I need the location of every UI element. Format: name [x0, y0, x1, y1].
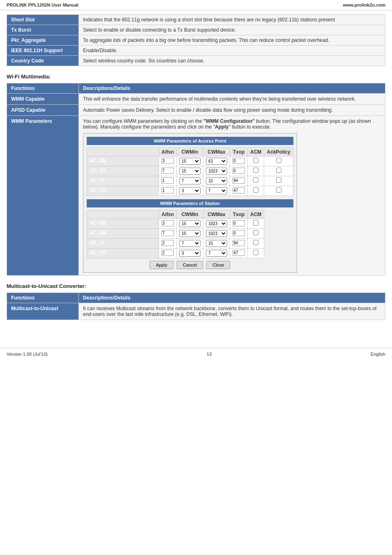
wmm-acm-checkbox[interactable] — [253, 158, 258, 163]
row-label: Pkt_Aggregate — [7, 35, 79, 46]
wmm-sta-header: Txop — [230, 210, 248, 219]
wmm-cwmax-select[interactable]: 63 — [206, 158, 227, 165]
wmm-sta-row: AC_VO37 — [87, 249, 264, 258]
row-label: WMM Parameters — [7, 116, 79, 276]
wmm-cwmax-select[interactable]: 1023 — [206, 168, 227, 175]
row-label: IEEE 802.11H Support — [7, 46, 79, 56]
wmm-txop-input[interactable] — [233, 187, 245, 193]
wmm-row-label: AC_BE — [87, 157, 159, 166]
row-label: Country Code — [7, 56, 79, 66]
row-desc: Select to enable or disable connecting t… — [79, 25, 385, 35]
wmm-sta-cwmax-select[interactable]: 7 — [206, 250, 227, 257]
wmm-ackpolicy-checkbox[interactable] — [276, 168, 281, 173]
wmm-ap-header: Aifsn — [159, 148, 177, 157]
wmm-acm-checkbox[interactable] — [253, 187, 258, 193]
header-right: www.prolink2u.com — [343, 2, 386, 7]
wmm-sta-row: AC_BE151023 — [87, 219, 264, 229]
wifi-section-title: Wi-Fi Multimedia: — [7, 74, 385, 80]
apply-button[interactable]: Apply — [150, 261, 173, 269]
wmm-sta-acm-checkbox[interactable] — [253, 250, 258, 255]
wmm-row-label: AC_BE — [87, 219, 159, 229]
wmm-txop-input[interactable] — [233, 177, 245, 184]
wmm-txop-input[interactable] — [233, 168, 245, 174]
wmm-sta-cwmin-select[interactable]: 7 — [179, 240, 201, 247]
footer-left: Version 1.00 (Jul'10) — [7, 352, 48, 357]
table-row: WMM Capable This will enhance the data t… — [7, 94, 385, 105]
wmm-sta-header: ACM — [248, 210, 264, 219]
wmm-sta-row: AC_BK151023 — [87, 229, 264, 239]
wmm-sta-aifsn-input[interactable] — [161, 230, 174, 236]
top-table: Short Slot Indicates that the 802.11g ne… — [7, 14, 385, 66]
row-label: Multicast-to-Unicast — [7, 303, 79, 320]
wmm-sta-aifsn-input[interactable] — [161, 220, 174, 226]
wmm-sta-cwmin-select[interactable]: 15 — [179, 230, 201, 237]
wmm-cwmin-select[interactable]: 3 — [179, 187, 201, 194]
wmm-sta-acm-checkbox[interactable] — [253, 220, 258, 226]
close-button[interactable]: Close — [206, 261, 230, 269]
wmm-sta-cwmin-select[interactable]: 15 — [179, 220, 201, 227]
table-row: Tx Burst Select to enable or disable con… — [7, 25, 385, 35]
header-left: PROLiNK PPL1202N User Manual — [7, 2, 78, 7]
wmm-aifsn-input[interactable] — [161, 158, 174, 164]
wmm-sta-row: AC_VI715 — [87, 239, 264, 249]
table-row: Short Slot Indicates that the 802.11g ne… — [7, 15, 385, 25]
cancel-button[interactable]: Cancel — [177, 261, 203, 269]
row-desc: Enable/Disable. — [79, 46, 385, 56]
wmm-acm-checkbox[interactable] — [253, 168, 258, 173]
wmm-ap-header: AckPolicy — [264, 148, 293, 157]
wmm-aifsn-input[interactable] — [161, 168, 174, 174]
wmm-sta-txop-input[interactable] — [233, 230, 245, 236]
wmm-ap-header — [87, 148, 159, 157]
wmm-sta-cwmin-select[interactable]: 3 — [179, 250, 201, 257]
wmm-row-label: AC_VI — [87, 239, 159, 249]
wmm-sta-cwmax-select[interactable]: 1023 — [206, 220, 227, 227]
wmm-ap-row: AC_BE1563 — [87, 157, 293, 166]
table-row: Country Code Select wireless country cod… — [7, 56, 385, 66]
wmm-cwmin-select[interactable]: 15 — [179, 168, 201, 175]
wmm-ackpolicy-checkbox[interactable] — [276, 177, 281, 183]
wmm-txop-input[interactable] — [233, 158, 245, 164]
wmm-row-label: AC_BK — [87, 229, 159, 239]
wmm-cwmin-select[interactable]: 15 — [179, 158, 201, 165]
wmm-col-functions: Functions — [7, 83, 79, 94]
wmm-sta-txop-input[interactable] — [233, 220, 245, 226]
row-label: APSD Capable — [7, 105, 79, 116]
wmm-col-details: Descriptions/Details — [79, 83, 385, 94]
row-desc: Automatic Power saves Delivery. Select t… — [79, 105, 385, 116]
wmm-ackpolicy-checkbox[interactable] — [276, 187, 281, 193]
wmm-row-label: AC_VI — [87, 176, 159, 186]
wmm-sta-aifsn-input[interactable] — [161, 240, 174, 246]
wmm-sta-aifsn-input[interactable] — [161, 250, 174, 256]
page-content: Short Slot Indicates that the 802.11g ne… — [0, 10, 392, 332]
wmm-sta-title: WMM Parameters of Station — [87, 199, 293, 207]
wmm-sta-header: CWMin — [177, 210, 203, 219]
wmm-table: Functions Descriptions/Details WMM Capab… — [7, 83, 385, 276]
wmm-acm-checkbox[interactable] — [253, 177, 258, 183]
wmm-sta-acm-checkbox[interactable] — [253, 230, 258, 235]
row-label: WMM Capable — [7, 94, 79, 105]
wmm-ap-header: ACM — [248, 148, 264, 157]
wmm-sta-acm-checkbox[interactable] — [253, 240, 258, 245]
wmm-ackpolicy-checkbox[interactable] — [276, 158, 281, 163]
wmm-cwmin-select[interactable]: 7 — [179, 177, 201, 184]
wmm-ap-title: WMM Parameters of Access Point — [87, 137, 293, 145]
wmm-ap-header: CWMax — [203, 148, 230, 157]
wmm-sta-txop-input[interactable] — [233, 250, 245, 256]
row-label: Short Slot — [7, 15, 79, 25]
wmm-cwmax-select[interactable]: 7 — [206, 187, 227, 194]
wmm-aifsn-input[interactable] — [161, 177, 174, 184]
wmm-sta-cwmax-select[interactable]: 1023 — [206, 230, 227, 237]
wmm-sta-txop-input[interactable] — [233, 240, 245, 246]
row-desc: This will enhance the data transfer perf… — [79, 94, 385, 105]
row-desc: Select wireless country code. Six countr… — [79, 56, 385, 66]
wmm-sta-cwmax-select[interactable]: 15 — [206, 240, 227, 247]
footer-center: 13 — [207, 352, 212, 357]
wmm-aifsn-input[interactable] — [161, 187, 174, 193]
wmm-row-label: AC_VO — [87, 186, 159, 196]
multicast-table: Functions Descriptions/Details Multicast… — [7, 292, 385, 320]
wmm-cwmax-select[interactable]: 15 — [206, 177, 227, 184]
wmm-ap-row: AC_BK151023 — [87, 166, 293, 176]
row-desc: It can receives Multicast streams from t… — [79, 303, 385, 320]
wmm-params-desc: You can configure WMM parameters by clic… — [83, 118, 381, 130]
mc-col-details: Descriptions/Details — [79, 293, 385, 303]
